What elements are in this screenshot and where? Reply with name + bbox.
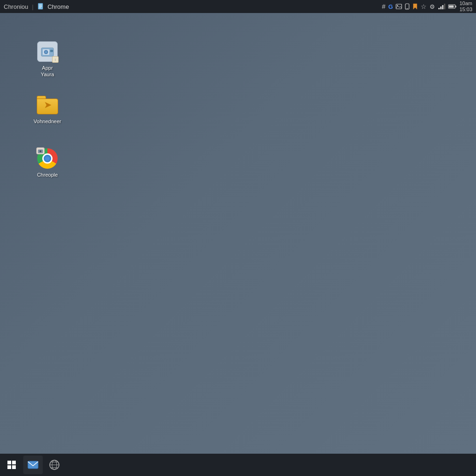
svg-rect-27 (28, 461, 38, 469)
hash-icon: # (382, 3, 386, 10)
image-icon (396, 3, 402, 10)
svg-rect-10 (440, 7, 442, 9)
svg-rect-23 (7, 461, 11, 464)
topbar-window-title-area[interactable]: Chrome (37, 3, 69, 10)
folder-arrow-icon: ➤ (44, 100, 51, 110)
desktop: i Appr Yaura ➤ Vohnedneer (0, 13, 476, 454)
phone-icon (405, 3, 410, 10)
svg-rect-14 (449, 6, 454, 8)
svg-rect-1 (39, 5, 42, 6)
svg-rect-12 (444, 4, 445, 9)
topbar: Chroniou | Chrome # G (0, 0, 476, 13)
svg-rect-26 (12, 465, 16, 469)
topbar-time: 10am 15:03 (459, 0, 472, 13)
svg-rect-24 (12, 461, 16, 464)
svg-point-22 (40, 150, 41, 152)
desktop-icon-app-yaura[interactable]: i Appr Yaura (26, 39, 68, 80)
camera-small-icon (38, 149, 43, 153)
vohnedneer-icon-img: ➤ (36, 94, 59, 116)
topbar-separator: | (32, 3, 33, 10)
app-yaura-inner-icon (40, 46, 54, 57)
start-button[interactable] (2, 456, 21, 474)
svg-marker-8 (413, 4, 417, 9)
topbar-left: Chroniou | Chrome (4, 3, 69, 10)
svg-point-20 (45, 51, 47, 53)
app-yaura-label: Appr Yaura (41, 65, 54, 78)
desktop-icon-chreople[interactable]: Chreople (26, 145, 68, 180)
desktop-icon-vohnedneer[interactable]: ➤ Vohnedneer (26, 92, 68, 126)
vohnedneer-label: Vohnedneer (33, 118, 61, 125)
app-yaura-icon-img: i (36, 40, 59, 63)
svg-rect-4 (396, 4, 402, 9)
document-icon (37, 3, 45, 10)
chreople-label: Chreople (37, 172, 58, 178)
time-ampm: 10am (459, 0, 472, 7)
mail-button[interactable] (23, 456, 43, 474)
svg-rect-9 (438, 8, 440, 9)
topbar-window-title: Chrome (47, 3, 69, 10)
folder-shape: ➤ (37, 96, 58, 114)
svg-rect-2 (39, 6, 42, 7)
chrome-photo-overlay (36, 147, 45, 154)
chreople-icon-img (36, 147, 59, 170)
battery-icon (448, 4, 456, 9)
star-icon: ☆ (421, 3, 427, 10)
app-yaura-badge: i (52, 56, 59, 63)
bookmark-icon (412, 3, 418, 10)
signal-icon (438, 3, 445, 10)
time-24: 15:03 (459, 7, 472, 13)
taskbar (0, 454, 476, 476)
app-yaura-bg: i (37, 41, 58, 62)
mail-icon (27, 461, 39, 469)
svg-rect-18 (50, 50, 53, 52)
globe-button[interactable] (45, 456, 64, 474)
topbar-app-name[interactable]: Chroniou (4, 3, 28, 10)
google-icon: G (388, 3, 393, 10)
settings-icon: ⚙ (430, 3, 435, 10)
topbar-right: # G ☆ ⚙ (382, 0, 472, 13)
folder-body: ➤ (37, 99, 58, 114)
chrome-inner (42, 153, 53, 164)
start-icon (7, 460, 17, 470)
globe-icon (49, 459, 60, 470)
svg-rect-7 (407, 8, 408, 9)
svg-rect-15 (456, 6, 456, 7)
svg-rect-11 (442, 5, 443, 9)
svg-rect-25 (7, 465, 11, 469)
svg-rect-3 (39, 7, 41, 8)
